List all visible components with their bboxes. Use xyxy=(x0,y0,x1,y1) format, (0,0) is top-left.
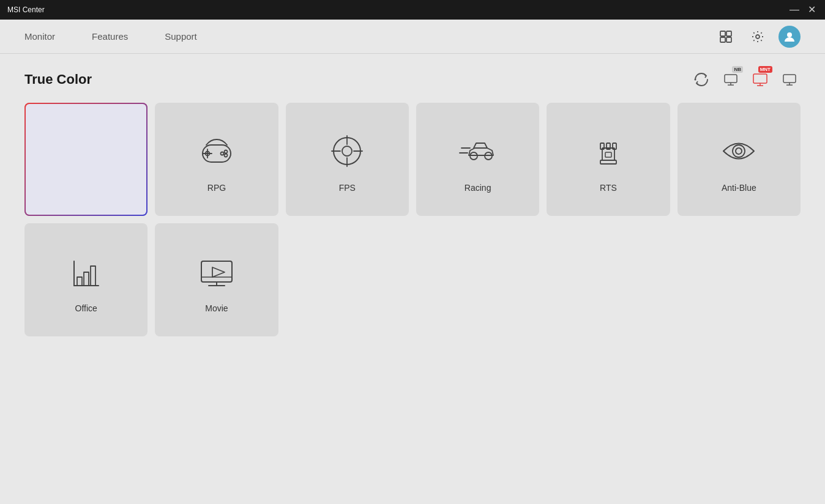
nb-monitor-icon xyxy=(722,71,739,88)
settings-icon-button[interactable] xyxy=(747,26,769,48)
main-window: Monitor Features Support xyxy=(0,20,825,504)
profile-icon xyxy=(783,31,796,43)
svg-rect-46 xyxy=(201,261,232,282)
svg-rect-44 xyxy=(84,272,89,286)
mode-label-office: Office xyxy=(75,303,97,313)
mode-grid-row1: User RPG xyxy=(24,103,801,216)
mode-label-rpg: RPG xyxy=(207,183,226,193)
mode-card-office[interactable]: Office xyxy=(24,223,147,336)
mode-label-user: User xyxy=(77,183,95,193)
section-title: True Color xyxy=(24,72,92,87)
nav-support[interactable]: Support xyxy=(165,29,197,44)
rpg-icon xyxy=(192,127,241,176)
mode-card-anti-blue[interactable]: Anti-Blue xyxy=(678,103,801,216)
minimize-button[interactable]: — xyxy=(788,4,801,16)
svg-rect-13 xyxy=(783,75,796,83)
user-icon xyxy=(62,127,111,176)
svg-rect-45 xyxy=(91,266,95,286)
close-button[interactable]: ✕ xyxy=(805,4,818,16)
mode-label-anti-blue: Anti-Blue xyxy=(722,183,756,193)
fps-icon xyxy=(323,127,371,176)
settings-icon xyxy=(751,30,764,43)
racing-icon xyxy=(454,127,502,176)
mode-grid-row2: Office Movie xyxy=(24,223,801,336)
nav-icons xyxy=(715,26,801,48)
extra-monitor-icon xyxy=(781,71,798,88)
svg-rect-2 xyxy=(720,37,725,42)
svg-rect-35 xyxy=(602,148,614,160)
svg-point-5 xyxy=(787,32,792,37)
nav-monitor[interactable]: Monitor xyxy=(24,29,55,44)
extra-icon-button[interactable] xyxy=(778,69,801,91)
empty-slot-4 xyxy=(416,223,539,336)
mode-label-movie: Movie xyxy=(205,303,228,313)
svg-rect-10 xyxy=(753,74,767,83)
svg-point-25 xyxy=(342,146,352,156)
profile-button[interactable] xyxy=(778,26,801,48)
svg-point-4 xyxy=(756,35,760,39)
app-title: MSI Center xyxy=(7,6,788,14)
svg-rect-0 xyxy=(720,31,725,36)
sync-icon-button[interactable] xyxy=(690,69,712,91)
grid-icon-button[interactable] xyxy=(715,26,737,48)
empty-slot-5 xyxy=(547,223,670,336)
mode-card-user[interactable]: User xyxy=(24,103,147,216)
svg-point-6 xyxy=(695,79,696,81)
mode-label-racing: Racing xyxy=(465,183,491,193)
mode-card-movie[interactable]: Movie xyxy=(155,223,278,336)
empty-slot-6 xyxy=(678,223,801,336)
mode-card-rts[interactable]: RTS xyxy=(547,103,670,216)
svg-rect-3 xyxy=(726,37,731,42)
content-area: True Color xyxy=(0,54,825,504)
nav-links: Monitor Features Support xyxy=(24,29,715,44)
svg-point-40 xyxy=(733,145,745,157)
top-nav: Monitor Features Support xyxy=(0,20,825,54)
nb-badge-button[interactable]: NB xyxy=(720,69,742,91)
svg-rect-43 xyxy=(77,277,82,286)
grid-icon xyxy=(719,30,733,43)
empty-slot-3 xyxy=(286,223,409,336)
section-header: True Color xyxy=(24,69,801,91)
svg-point-33 xyxy=(485,152,492,160)
mode-card-racing[interactable]: Racing xyxy=(416,103,539,216)
svg-marker-47 xyxy=(212,267,225,277)
svg-point-16 xyxy=(78,137,94,153)
mnt-badge-button[interactable]: MNT xyxy=(749,69,771,91)
mode-label-rts: RTS xyxy=(600,183,617,193)
header-icons: NB MNT xyxy=(690,69,801,91)
mode-label-fps: FPS xyxy=(339,183,356,193)
mnt-monitor-icon xyxy=(752,71,769,88)
sync-icon xyxy=(692,70,711,89)
mnt-badge: MNT xyxy=(758,66,772,73)
nb-badge: NB xyxy=(732,66,743,73)
svg-rect-7 xyxy=(725,75,737,83)
anti-blue-icon xyxy=(714,127,763,176)
movie-icon xyxy=(192,247,241,296)
svg-rect-1 xyxy=(726,31,731,36)
nav-features[interactable]: Features xyxy=(92,29,128,44)
svg-point-32 xyxy=(470,152,477,160)
mode-card-rpg[interactable]: RPG xyxy=(155,103,278,216)
svg-point-22 xyxy=(224,154,227,157)
svg-point-21 xyxy=(224,150,227,153)
svg-rect-39 xyxy=(605,152,611,157)
office-icon xyxy=(62,247,111,296)
mode-card-fps[interactable]: FPS xyxy=(286,103,409,216)
rts-icon xyxy=(584,127,633,176)
title-bar: MSI Center — ✕ xyxy=(0,0,825,20)
svg-point-23 xyxy=(220,152,223,155)
window-controls: — ✕ xyxy=(788,4,818,16)
